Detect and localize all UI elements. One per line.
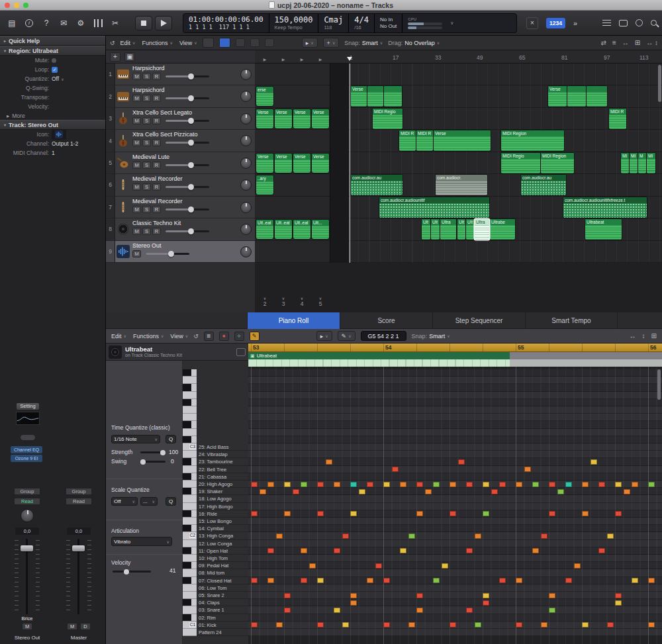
zoom-window-button[interactable] [23,3,28,8]
scale-quantize-mode-select[interactable]: ...∨ [140,497,158,506]
midi-note[interactable] [301,578,307,583]
live-loops-cell[interactable]: Verse [256,109,273,128]
volume-slider[interactable] [146,253,189,255]
midi-note[interactable] [466,482,473,487]
tracks-area[interactable]: 1173349658197113 ▶▶▶▶ erseVerseVerseVers… [255,50,662,312]
midi-note[interactable] [416,482,423,487]
midi-region[interactable]: MIDI Regio [373,109,402,129]
midi-note[interactable] [582,622,589,627]
midi-note[interactable] [499,578,506,583]
lcd-tempo[interactable]: 150,0000 [275,15,313,24]
midi-note[interactable] [400,548,406,553]
track-icon-chip[interactable] [52,130,66,140]
pan-knob[interactable] [240,158,252,169]
live-loops-cell[interactable]: Verse [312,154,329,173]
editor-menu-functions[interactable]: Functions∨ [133,333,164,340]
midi-region[interactable]: Ultrabe [490,219,515,240]
mute-button[interactable]: M [132,117,141,124]
piano-key[interactable] [183,584,197,592]
midi-note[interactable] [615,600,622,606]
drum-lane-label[interactable]: 19: Shaker [197,488,248,495]
midi-note[interactable] [334,482,340,487]
snap-menu[interactable]: Snap:Smart∨ [412,333,450,340]
playhead-marker-icon[interactable] [347,57,352,64]
parameter-value[interactable]: ✓ [52,67,58,73]
collapse-mode-icon[interactable]: ≣ [204,332,214,341]
live-loops-cell[interactable]: Ult... [312,220,329,239]
record-enable-button[interactable]: R [152,139,161,146]
midi-region[interactable]: com.audiocr.au [521,175,566,195]
midi-region[interactable]: Ult [422,219,430,240]
midi-note[interactable] [499,482,506,487]
midi-region[interactable]: MIDI R [399,130,416,151]
midi-note[interactable] [350,511,357,516]
mute-button[interactable]: M [132,161,141,169]
tab-score[interactable]: Score [340,312,432,329]
midi-note[interactable] [416,608,423,613]
drum-lane-label[interactable]: 05: Snare 2 [197,592,248,599]
midi-note[interactable] [598,548,605,553]
live-loops-cell[interactable]: Ult..eat [293,220,310,239]
midi-note[interactable] [416,511,423,516]
midi-note[interactable] [433,578,440,583]
flex-icon[interactable] [250,38,260,47]
left-click-tool-menu[interactable]: ▸ ∨ [302,38,318,48]
midi-note[interactable] [359,489,365,494]
midi-note[interactable] [565,578,572,583]
midi-note[interactable] [615,511,622,516]
pan-knob[interactable] [240,91,252,102]
track-header-row[interactable]: 1HarpsichordMSR [106,64,255,85]
piano-key[interactable] [183,629,197,636]
volume-slider[interactable] [166,186,209,188]
midi-note[interactable] [408,533,415,539]
automation-mode-button[interactable]: Read [14,498,40,505]
quick-help-icon[interactable]: ? [40,17,53,30]
piano-key[interactable] [183,547,197,555]
mixer-icon[interactable] [91,17,105,30]
lcd-key-signature[interactable]: Cmaj [324,15,343,24]
midi-note[interactable] [267,548,274,553]
midi-note[interactable] [267,578,274,583]
midi-note[interactable] [350,482,357,487]
piano-key[interactable] [183,518,197,525]
midi-region[interactable]: Ultrabeat [585,219,622,240]
midi-region[interactable]: MI [621,153,629,173]
fader-cap[interactable] [72,545,85,551]
group-slot[interactable]: Group [14,488,40,495]
pan-knob[interactable] [240,135,252,146]
midi-note[interactable] [632,482,638,487]
drum-lane-label[interactable]: 21: Cabassa [197,473,248,481]
midi-note[interactable] [342,533,349,539]
piano-key[interactable] [183,488,197,495]
midi-note[interactable] [383,578,390,583]
live-loops-cell[interactable]: Ult..eat [256,220,273,239]
midi-region[interactable] [367,86,383,107]
parameter-value[interactable]: 1 [52,150,55,156]
vertical-scrollbar[interactable] [658,65,661,102]
track-header-row[interactable]: 5Medieval LuteMSR [106,152,255,174]
dismiss-button[interactable]: × [526,17,538,29]
scene-trigger-button[interactable]: ▶ [293,57,310,62]
tab-smart-tempo[interactable]: Smart Tempo [525,312,618,329]
automation-mode-button[interactable]: Read [66,498,92,505]
fader-cap[interactable] [21,545,33,551]
midi-note[interactable] [565,482,572,487]
piano-key[interactable] [183,399,197,406]
pan-knob[interactable] [240,179,252,191]
drum-lane-label[interactable]: 14: Cymbal [197,525,248,532]
drum-lane-label[interactable]: 02: Rim [197,614,248,621]
midi-note[interactable] [276,533,283,539]
track-header-row[interactable]: 8Classic Techno KitMSR [106,218,255,240]
midi-out-icon[interactable]: ⟡ [234,332,244,341]
midi-note[interactable] [541,533,547,539]
solo-button[interactable]: S [142,206,151,213]
strength-value[interactable]: 100 [169,449,178,455]
piano-key[interactable] [183,562,197,569]
piano-key[interactable] [183,592,197,599]
drum-lane-label[interactable]: 03: Snare 1 [197,606,248,614]
list-view-button[interactable] [219,38,230,48]
track-header-row[interactable]: 9Stereo OutM [106,241,255,263]
midi-note[interactable] [251,482,258,487]
mute-button[interactable]: M [132,183,141,191]
drum-lane-label[interactable]: 06: Low Tom [197,584,248,592]
